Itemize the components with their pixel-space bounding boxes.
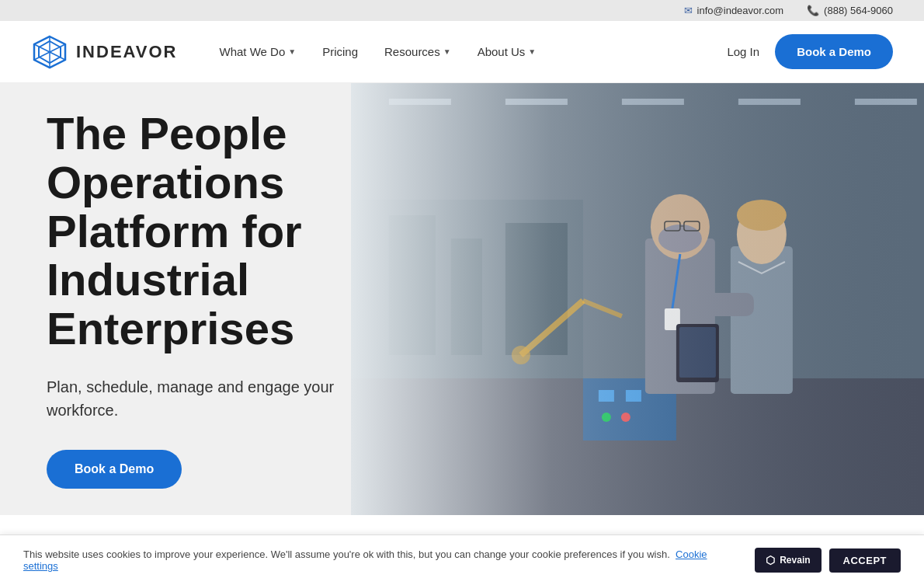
login-link[interactable]: Log In xyxy=(727,45,759,58)
chevron-down-icon: ▼ xyxy=(288,47,296,56)
hero-section: The People Operations Platform for Indus… xyxy=(0,83,924,515)
nav-what-we-do[interactable]: What We Do ▼ xyxy=(209,39,307,64)
book-demo-button-header[interactable]: Book a Demo xyxy=(775,34,893,69)
chevron-down-icon: ▼ xyxy=(528,47,536,56)
phone-icon: 📞 xyxy=(807,5,819,16)
email-icon: ✉ xyxy=(684,5,693,16)
logo-text: INDEAVOR xyxy=(76,42,178,62)
logo[interactable]: INDEAVOR xyxy=(31,33,178,71)
header-actions: Log In Book a Demo xyxy=(727,34,893,69)
hero-content: The People Operations Platform for Indus… xyxy=(0,110,450,488)
chevron-down-icon: ▼ xyxy=(443,47,451,56)
phone-link[interactable]: 📞 (888) 564-9060 xyxy=(807,5,893,16)
hero-subtitle: Plan, schedule, manage and engage your w… xyxy=(47,375,404,422)
nav-about-us[interactable]: About Us ▼ xyxy=(467,39,547,64)
header: INDEAVOR What We Do ▼ Pricing Resources … xyxy=(0,21,924,83)
book-demo-button-hero[interactable]: Book a Demo xyxy=(47,450,182,489)
phone-number: (888) 564-9060 xyxy=(824,5,893,16)
top-bar: ✉ info@indeavor.com 📞 (888) 564-9060 xyxy=(0,0,924,21)
main-nav: What We Do ▼ Pricing Resources ▼ About U… xyxy=(209,39,728,64)
email-link[interactable]: ✉ info@indeavor.com xyxy=(684,5,783,16)
logo-icon xyxy=(31,33,68,71)
hero-title: The People Operations Platform for Indus… xyxy=(47,110,404,353)
email-address: info@indeavor.com xyxy=(697,5,783,16)
nav-pricing[interactable]: Pricing xyxy=(311,39,369,64)
nav-resources[interactable]: Resources ▼ xyxy=(373,39,462,64)
